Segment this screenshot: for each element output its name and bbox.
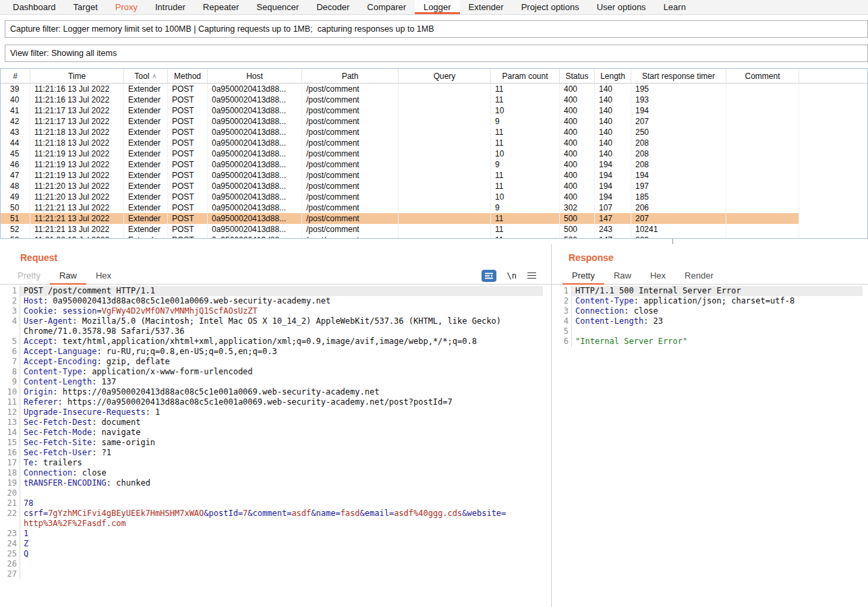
table-row-51[interactable]: 5111:21:21 13 Jul 2022ExtenderPOST0a9500… xyxy=(1,213,867,224)
cell-path[interactable]: /post/comment xyxy=(302,170,399,181)
cell-path[interactable]: /post/comment xyxy=(302,224,399,235)
table-row-40[interactable]: 4011:21:16 13 Jul 2022ExtenderPOST0a9500… xyxy=(1,94,867,105)
cell-start-response-timer[interactable]: 194 xyxy=(631,105,726,116)
cell-length[interactable]: 194 xyxy=(595,159,631,170)
response-tab-pretty[interactable]: Pretty xyxy=(562,267,604,285)
cell-method[interactable]: POST xyxy=(168,159,208,170)
cell-host[interactable]: 0a9500020413d88... xyxy=(208,159,302,170)
cell-length[interactable]: 140 xyxy=(595,116,631,127)
cell-comment[interactable] xyxy=(726,148,799,159)
cell-path[interactable]: /post/comment xyxy=(302,159,399,170)
cell-param-count[interactable]: 10 xyxy=(491,105,560,116)
cell-path[interactable]: /post/comment xyxy=(302,84,399,94)
cell-comment[interactable] xyxy=(726,159,799,170)
cell-length[interactable]: 194 xyxy=(595,170,631,181)
cell-start-response-timer[interactable]: 250 xyxy=(631,127,726,138)
cell-tool[interactable]: Extender xyxy=(124,202,168,213)
cell-tool[interactable]: Extender xyxy=(124,138,168,148)
cell-path[interactable]: /post/comment xyxy=(302,192,399,202)
cell-path[interactable]: /post/comment xyxy=(302,181,399,192)
cell-num[interactable]: 51 xyxy=(1,213,30,224)
menu-tab-extender[interactable]: Extender xyxy=(460,0,513,14)
column-header-param-count[interactable]: Param count xyxy=(491,69,560,83)
splitter-handle-icon[interactable] xyxy=(672,239,673,244)
menu-tab-comparer[interactable]: Comparer xyxy=(358,0,415,14)
cell-method[interactable]: POST xyxy=(168,105,208,116)
menu-tab-intruder[interactable]: Intruder xyxy=(146,0,194,14)
cell-num[interactable]: 44 xyxy=(1,138,30,148)
cell-method[interactable]: POST xyxy=(168,84,208,94)
newline-icon[interactable]: \n xyxy=(507,271,517,281)
table-row-45[interactable]: 4511:21:19 13 Jul 2022ExtenderPOST0a9500… xyxy=(1,148,867,159)
menu-tab-decoder[interactable]: Decoder xyxy=(308,0,358,14)
cell-start-response-timer[interactable]: 206 xyxy=(631,202,726,213)
cell-comment[interactable] xyxy=(726,84,799,94)
cell-num[interactable]: 46 xyxy=(1,159,30,170)
cell-tool[interactable]: Extender xyxy=(124,94,168,105)
cell-status[interactable]: 400 xyxy=(560,138,595,148)
cell-host[interactable]: 0a9500020413d88... xyxy=(208,138,302,148)
cell-start-response-timer[interactable]: 10241 xyxy=(631,224,726,235)
cell-method[interactable]: POST xyxy=(168,116,208,127)
cell-status[interactable]: 400 xyxy=(560,192,595,202)
cell-query[interactable] xyxy=(399,94,491,105)
cell-start-response-timer[interactable]: 208 xyxy=(631,138,726,148)
menu-tab-dashboard[interactable]: Dashboard xyxy=(4,0,65,14)
cell-comment[interactable] xyxy=(726,127,799,138)
cell-param-count[interactable]: 9 xyxy=(491,202,560,213)
horizontal-splitter[interactable] xyxy=(0,239,868,244)
cell-status[interactable]: 400 xyxy=(560,105,595,116)
cell-query[interactable] xyxy=(399,84,491,94)
cell-tool[interactable]: Extender xyxy=(124,116,168,127)
cell-tool[interactable]: Extender xyxy=(124,127,168,138)
cell-time[interactable]: 11:21:18 13 Jul 2022 xyxy=(30,127,124,138)
cell-param-count[interactable]: 9 xyxy=(491,116,560,127)
cell-comment[interactable] xyxy=(726,181,799,192)
column-header-num[interactable]: # xyxy=(1,69,30,83)
cell-path[interactable]: /post/comment xyxy=(302,202,399,213)
table-row-42[interactable]: 4211:21:17 13 Jul 2022ExtenderPOST0a9500… xyxy=(1,116,867,127)
table-row-52[interactable]: 5211:21:21 13 Jul 2022ExtenderPOST0a9500… xyxy=(1,224,867,235)
cell-status[interactable]: 400 xyxy=(560,170,595,181)
column-header-method[interactable]: Method xyxy=(168,69,208,83)
cell-param-count[interactable]: 11 xyxy=(491,224,560,235)
cell-time[interactable]: 11:21:16 13 Jul 2022 xyxy=(30,84,124,94)
column-header-comment[interactable]: Comment xyxy=(726,69,799,83)
cell-start-response-timer[interactable]: 195 xyxy=(631,84,726,94)
cell-length[interactable]: 194 xyxy=(595,192,631,202)
cell-status[interactable]: 302 xyxy=(560,202,595,213)
cell-status[interactable]: 400 xyxy=(560,159,595,170)
cell-time[interactable]: 11:21:21 13 Jul 2022 xyxy=(30,202,124,213)
cell-length[interactable]: 194 xyxy=(595,181,631,192)
column-header-status[interactable]: Status xyxy=(560,69,595,83)
cell-start-response-timer[interactable]: 197 xyxy=(631,181,726,192)
table-row-39[interactable]: 3911:21:16 13 Jul 2022ExtenderPOST0a9500… xyxy=(1,84,867,94)
cell-path[interactable]: /post/comment xyxy=(302,213,399,224)
cell-path[interactable]: /post/comment xyxy=(302,116,399,127)
cell-path[interactable]: /post/comment xyxy=(302,94,399,105)
cell-comment[interactable] xyxy=(726,105,799,116)
table-row-48[interactable]: 4811:21:20 13 Jul 2022ExtenderPOST0a9500… xyxy=(1,181,867,192)
cell-num[interactable]: 48 xyxy=(1,181,30,192)
cell-query[interactable] xyxy=(399,192,491,202)
cell-param-count[interactable]: 11 xyxy=(491,138,560,148)
cell-status[interactable]: 400 xyxy=(560,94,595,105)
cell-tool[interactable]: Extender xyxy=(124,148,168,159)
cell-method[interactable]: POST xyxy=(168,192,208,202)
cell-query[interactable] xyxy=(399,127,491,138)
cell-status[interactable]: 400 xyxy=(560,148,595,159)
capture-filter-bar[interactable]: Capture filter: Logger memory limit set … xyxy=(5,20,868,38)
cell-param-count[interactable]: 10 xyxy=(491,192,560,202)
menu-tab-user-options[interactable]: User options xyxy=(588,0,655,14)
cell-param-count[interactable]: 11 xyxy=(491,170,560,181)
cell-query[interactable] xyxy=(399,138,491,148)
cell-time[interactable]: 11:21:21 13 Jul 2022 xyxy=(30,224,124,235)
cell-comment[interactable] xyxy=(726,224,799,235)
request-tab-hex[interactable]: Hex xyxy=(86,267,121,285)
column-header-start-response-timer[interactable]: Start response timer xyxy=(631,69,726,83)
cell-time[interactable]: 11:21:16 13 Jul 2022 xyxy=(30,94,124,105)
cell-start-response-timer[interactable]: 208 xyxy=(631,159,726,170)
cell-method[interactable]: POST xyxy=(168,170,208,181)
cell-host[interactable]: 0a9500020413d88... xyxy=(208,170,302,181)
menu-tab-target[interactable]: Target xyxy=(65,0,107,14)
